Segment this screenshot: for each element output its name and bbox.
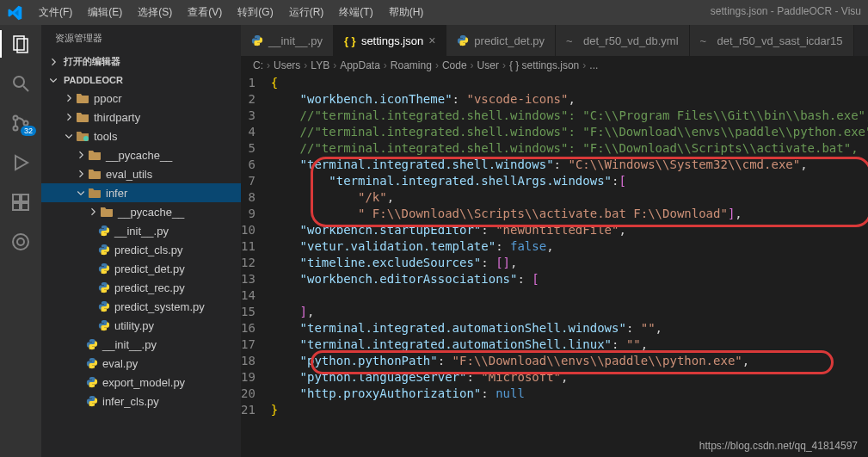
scm-icon[interactable]: 32 [10, 113, 31, 133]
python-icon [98, 225, 110, 237]
breadcrumb-segment[interactable]: Code [442, 59, 467, 71]
editor-tab[interactable]: ~det_r50_vd_sast_icdar15 [690, 25, 854, 56]
python-icon [86, 376, 98, 388]
folder-item[interactable]: infer [41, 183, 241, 202]
breadcrumb-segment[interactable]: User [477, 59, 499, 71]
editor-tab[interactable]: { }settings.json× [334, 25, 446, 56]
tree-label: ppocr [94, 92, 122, 105]
file-item[interactable]: predict_system.py [41, 297, 241, 316]
editor-tab[interactable]: __init__.py [241, 25, 334, 56]
code-line[interactable]: ], [271, 304, 868, 320]
debug-icon[interactable] [10, 152, 31, 173]
code-line[interactable]: "terminal.integrated.shellArgs.windows":… [271, 173, 868, 189]
open-editors-header[interactable]: 打开的编辑器 [41, 52, 241, 71]
code-line[interactable]: "python.pythonPath": "F:\\Download\\envs… [271, 353, 868, 369]
code-line[interactable]: "python.languageServer": "Microsoft", [271, 369, 868, 386]
breadcrumb-sep: › [502, 59, 506, 71]
tree-label: predict_cls.py [114, 244, 182, 256]
code-area[interactable]: 123456789101112131415161718192021 { "wor… [241, 75, 868, 457]
python-icon [98, 262, 110, 275]
menu-item[interactable]: 帮助(H) [381, 2, 432, 23]
code-line[interactable]: "workbench.iconTheme": "vscode-icons", [271, 91, 868, 108]
code-line[interactable]: "terminal.integrated.automationShell.lin… [271, 337, 868, 353]
tree-label: export_model.py [102, 376, 185, 389]
code-line[interactable]: "http.proxyAuthorization": null [271, 386, 868, 402]
folder-item[interactable]: tools [41, 127, 241, 145]
menu-item[interactable]: 转到(G) [230, 2, 280, 23]
editor-tab[interactable]: predict_det.py [446, 25, 556, 56]
code-line[interactable]: "/k", [271, 189, 868, 206]
tab-label: __init__.py [268, 34, 323, 47]
breadcrumb[interactable]: C:›Users›LYB›AppData›Roaming›Code›User›{… [241, 56, 868, 75]
folder-item[interactable]: __pycache__ [41, 145, 241, 164]
breadcrumb-sep: › [471, 59, 474, 71]
code-line[interactable]: //"terminal.integrated.shell.windows": "… [271, 140, 868, 157]
breadcrumb-segment[interactable]: LYB [311, 59, 329, 71]
breadcrumb-segment[interactable]: C: [253, 59, 263, 71]
file-item[interactable]: __init__.py [41, 221, 241, 240]
file-item[interactable]: utility.py [41, 316, 241, 335]
editor-tabs: __init__.py{ }settings.json×predict_det.… [241, 25, 868, 56]
svg-rect-11 [22, 203, 28, 210]
code-line[interactable]: { [271, 75, 868, 91]
close-icon[interactable]: × [428, 34, 435, 47]
editor-tab[interactable]: ~det_r50_vd_db.yml [556, 25, 690, 56]
file-item[interactable]: export_model.py [41, 373, 241, 392]
code-line[interactable]: "terminal.integrated.automationShell.win… [271, 320, 868, 337]
file-item[interactable]: eval.py [41, 354, 241, 373]
code-line[interactable]: "terminal.integrated.shell.windows": "C:… [271, 157, 868, 173]
tree-label: thirdparty [94, 111, 140, 124]
code-line[interactable]: "workbench.editorAssociations": [ [271, 271, 868, 287]
file-item[interactable]: __init__.py [41, 335, 241, 354]
search-icon[interactable] [10, 73, 31, 94]
tree-label: eval.py [102, 357, 138, 370]
menu-item[interactable]: 选择(S) [130, 2, 180, 23]
code-line[interactable]: " F:\\Download\\Scripts\\activate.bat F:… [271, 206, 868, 222]
folder-item[interactable]: __pycache__ [41, 202, 241, 221]
breadcrumb-segment[interactable]: Roaming [391, 59, 432, 71]
file-item[interactable]: predict_rec.py [41, 278, 241, 297]
menu-item[interactable]: 终端(T) [331, 2, 380, 23]
file-item[interactable]: infer_cls.py [41, 392, 241, 411]
python-icon [86, 395, 98, 407]
editor: __init__.py{ }settings.json×predict_det.… [241, 25, 868, 457]
code-line[interactable]: //"terminal.integrated.shell.windows": "… [271, 108, 868, 124]
menu-item[interactable]: 查看(V) [180, 2, 230, 23]
folder-item[interactable]: eval_utils [41, 164, 241, 183]
remote-icon[interactable] [10, 232, 31, 252]
code-line[interactable]: "vetur.validation.template": false, [271, 238, 868, 255]
tab-label: det_r50_vd_db.yml [583, 34, 679, 47]
code-line[interactable]: "timeline.excludeSources": [], [271, 255, 868, 271]
menu-item[interactable]: 文件(F) [31, 2, 80, 23]
folder-item[interactable]: thirdparty [41, 108, 241, 127]
tree-label: tools [94, 130, 117, 143]
folder-item[interactable]: ppocr [41, 89, 241, 108]
svg-point-5 [14, 127, 18, 131]
tree-label: __pycache__ [118, 206, 184, 219]
breadcrumb-segment[interactable]: Users [274, 59, 300, 71]
folder-header[interactable]: PADDLEOCR [41, 71, 241, 89]
tree-label: __pycache__ [106, 149, 172, 162]
code-line[interactable]: "workbench.startupEditor": "newUntitledF… [271, 222, 868, 238]
code-line[interactable]: } [271, 402, 868, 418]
breadcrumb-segment[interactable]: AppData [340, 59, 380, 71]
tab-label: predict_det.py [474, 34, 545, 47]
extensions-icon[interactable] [10, 192, 31, 213]
menu-item[interactable]: 编辑(E) [80, 2, 130, 23]
file-item[interactable]: predict_det.py [41, 259, 241, 278]
breadcrumb-segment[interactable]: ... [589, 59, 598, 71]
menu-item[interactable]: 运行(R) [281, 2, 332, 23]
file-item[interactable]: predict_cls.py [41, 240, 241, 259]
chevron-right-icon [48, 57, 58, 67]
json-icon: { } [344, 34, 356, 46]
svg-marker-7 [15, 156, 28, 170]
breadcrumb-segment[interactable]: { } settings.json [509, 59, 579, 71]
yaml-icon: ~ [566, 34, 578, 46]
code-line[interactable] [271, 287, 868, 304]
python-icon [86, 357, 98, 369]
explorer-icon[interactable] [10, 34, 31, 54]
svg-rect-10 [13, 203, 20, 210]
scm-badge: 32 [21, 126, 36, 136]
open-editors-label: 打开的编辑器 [64, 55, 120, 68]
code-line[interactable]: //"terminal.integrated.shell.windows": "… [271, 124, 868, 140]
